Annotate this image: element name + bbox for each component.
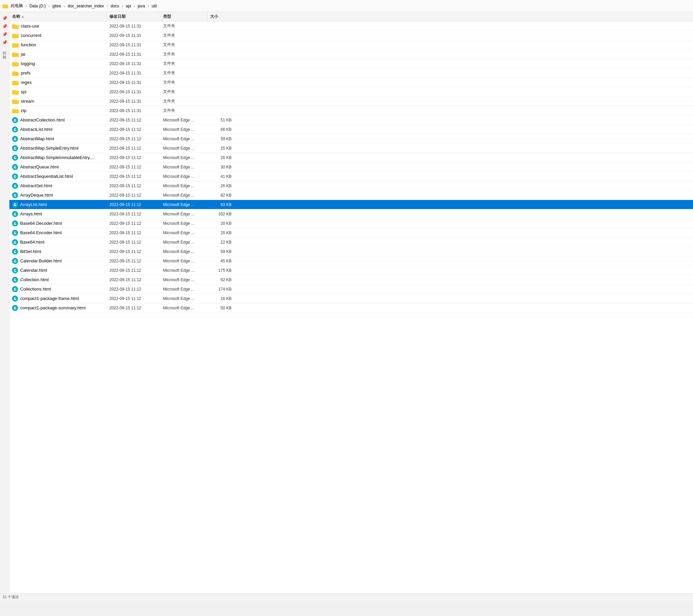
file-name-cell: AbstractQueue.html (9, 164, 107, 170)
col-header-date[interactable]: 修改日期 (107, 12, 160, 21)
file-name-label: compact1-package-frame.html (20, 296, 79, 301)
file-size-cell: 332 KB (207, 212, 234, 216)
file-name-cell: Collections.html (9, 286, 107, 292)
file-size-cell: 51 KB (207, 118, 234, 122)
table-row[interactable]: Calendar.html2022-09-15 11:12Microsoft E… (9, 266, 693, 275)
file-name-cell: stream (9, 99, 107, 104)
col-header-type[interactable]: 类型 (160, 12, 207, 21)
file-name-cell: Base64.html (9, 239, 107, 245)
table-row[interactable]: logging2022-09-15 11:31文件夹 (9, 59, 693, 68)
file-name-label: Collection.html (20, 277, 49, 282)
edge-icon (12, 164, 18, 170)
file-size-cell: 93 KB (207, 202, 234, 207)
file-type-cell: Microsoft Edge ... (160, 277, 207, 282)
sidebar-pin-1[interactable]: 📌 (1, 23, 8, 29)
breadcrumb-sep-0: › (25, 4, 27, 8)
file-name-label: logging (21, 61, 35, 66)
folder-icon (12, 42, 19, 48)
table-row[interactable]: AbstractMap.SimpleImmutableEntry....2022… (9, 153, 693, 162)
table-row[interactable]: compact1-package-summary.html2022-09-15 … (9, 303, 693, 313)
file-date-cell: 2022-09-15 11:12 (107, 259, 160, 263)
folder-icon (12, 61, 19, 66)
table-row[interactable]: regex2022-09-15 11:31文件夹 (9, 78, 693, 87)
breadcrumb-api[interactable]: api (124, 3, 133, 9)
file-name-cell: BitSet.html (9, 249, 107, 255)
file-name-cell: logging (9, 61, 107, 66)
table-row[interactable]: compact1-package-frame.html2022-09-15 11… (9, 294, 693, 303)
file-type-cell: 文件夹 (160, 108, 207, 114)
table-row[interactable]: AbstractMap.html2022-09-15 11:12Microsof… (9, 134, 693, 144)
file-size-cell: 25 KB (207, 146, 234, 151)
file-name-cell: ArrayList.html (9, 202, 107, 208)
table-row[interactable]: AbstractMap.SimpleEntry.html2022-09-15 1… (9, 144, 693, 153)
breadcrumb-sep-6: › (148, 4, 149, 8)
table-row[interactable]: BitSet.html2022-09-15 11:12Microsoft Edg… (9, 247, 693, 256)
file-name-cell: AbstractList.html (9, 126, 107, 133)
file-name-label: ArrayDeque.html (20, 193, 53, 198)
table-row[interactable]: AbstractList.html2022-09-15 11:12Microso… (9, 125, 693, 134)
file-size-cell: 20 KB (207, 231, 234, 235)
folder-icon (12, 108, 19, 114)
breadcrumb-java[interactable]: java (136, 3, 146, 9)
col-header-name[interactable]: 名称 ∧ (9, 12, 107, 21)
table-row[interactable]: spi2022-09-15 11:31文件夹 (9, 87, 693, 97)
table-row[interactable]: Base64.Encoder.html2022-09-15 11:12Micro… (9, 228, 693, 238)
file-name-label: compact1-package-summary.html (20, 305, 85, 310)
table-row[interactable]: ArrayDeque.html2022-09-15 11:12Microsoft… (9, 191, 693, 200)
edge-icon (12, 202, 18, 208)
table-row[interactable]: AbstractCollection.html2022-09-15 11:12M… (9, 115, 693, 125)
edge-icon (12, 183, 18, 189)
folder-icon (12, 89, 19, 95)
table-row[interactable]: jar2022-09-15 11:31文件夹 (9, 49, 693, 59)
table-row[interactable]: class-use2022-09-15 11:31文件夹 (9, 21, 693, 31)
file-type-cell: Microsoft Edge ... (160, 306, 207, 310)
table-row[interactable]: AbstractSet.html2022-09-15 11:12Microsof… (9, 181, 693, 191)
breadcrumb-data[interactable]: Data (D:) (28, 3, 47, 9)
file-date-cell: 2022-09-15 11:12 (107, 183, 160, 188)
table-row[interactable]: Collections.html2022-09-15 11:12Microsof… (9, 284, 693, 294)
breadcrumb-gitee[interactable]: gitee (51, 3, 62, 9)
table-row[interactable]: Arrays.html2022-09-15 11:12Microsoft Edg… (9, 210, 693, 219)
table-row[interactable]: AbstractSequentialList.html2022-09-15 11… (9, 172, 693, 181)
file-list-header: 名称 ∧ 修改日期 类型 大小 (9, 12, 693, 21)
table-row[interactable]: Base64.Decoder.html2022-09-15 11:12Micro… (9, 219, 693, 228)
sidebar-pin-0[interactable]: 📌 (1, 15, 8, 21)
file-list-container[interactable]: 名称 ∧ 修改日期 类型 大小 class-use2022-09-15 11:3… (9, 12, 693, 593)
file-name-label: regex (21, 80, 32, 85)
address-bar: 此电脑 › Data (D:) › gitee › doc_searcher_i… (0, 0, 693, 12)
col-header-size[interactable]: 大小 (207, 12, 234, 21)
table-row[interactable]: Collection.html2022-09-15 11:12Microsoft… (9, 275, 693, 284)
file-name-label: zip (21, 108, 26, 113)
table-row[interactable]: prefs2022-09-15 11:31文件夹 (9, 68, 693, 78)
file-size-cell: 22 KB (207, 240, 234, 244)
status-bar: 31 个项目 (0, 593, 693, 600)
breadcrumb-此电脑[interactable]: 此电脑 (9, 2, 24, 9)
breadcrumb-docs[interactable]: docs (109, 3, 120, 9)
file-name-cell: concurrent (9, 33, 107, 38)
file-name-cell: class-use (9, 23, 107, 29)
table-row[interactable]: Base64.html2022-09-15 11:12Microsoft Edg… (9, 238, 693, 247)
table-row[interactable]: AbstractQueue.html2022-09-15 11:12Micros… (9, 162, 693, 172)
sidebar-pin-3[interactable]: 📌 (1, 39, 8, 46)
file-type-cell: Microsoft Edge ... (160, 212, 207, 216)
breadcrumb-util[interactable]: util (150, 3, 158, 9)
file-name-cell: ArrayDeque.html (9, 192, 107, 198)
folder-icon (12, 33, 19, 38)
file-name-label: spi (21, 89, 26, 94)
table-row[interactable]: zip2022-09-15 11:31文件夹 (9, 106, 693, 115)
file-type-cell: Microsoft Edge ... (160, 183, 207, 188)
file-date-cell: 2022-09-15 11:12 (107, 277, 160, 282)
table-row[interactable]: concurrent2022-09-15 11:31文件夹 (9, 31, 693, 40)
table-row[interactable]: Calendar.Builder.html2022-09-15 11:12Mic… (9, 256, 693, 266)
file-size-cell: 16 KB (207, 296, 234, 301)
file-type-cell: Microsoft Edge ... (160, 155, 207, 160)
sidebar-pin-2[interactable]: 📌 (1, 31, 8, 38)
file-name-label: Arrays.html (20, 211, 42, 216)
breadcrumb-doc-searcher[interactable]: doc_searcher_index (66, 3, 105, 9)
table-row[interactable]: ArrayList.html2022-09-15 11:12Microsoft … (9, 200, 693, 210)
file-name-label: Base64.Decoder.html (20, 221, 62, 226)
table-row[interactable]: function2022-09-15 11:31文件夹 (9, 40, 693, 49)
file-date-cell: 2022-09-15 11:31 (107, 108, 160, 113)
table-row[interactable]: stream2022-09-15 11:31文件夹 (9, 97, 693, 106)
file-size-cell: 82 KB (207, 193, 234, 198)
